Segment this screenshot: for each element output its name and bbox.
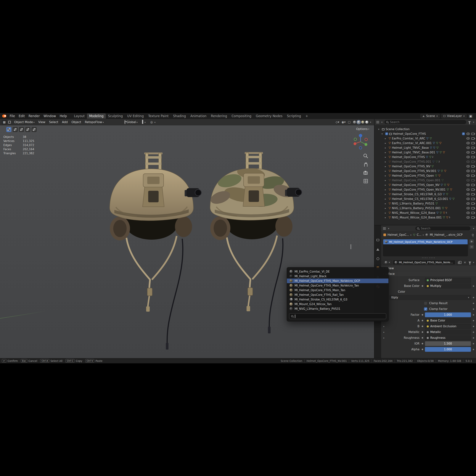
material-slot-list[interactable]: MI_Helmet_OpsCore_FTHS_Main_NoVelcro_OCP [383,239,468,256]
zoom-icon[interactable] [363,153,369,159]
tab-output[interactable] [374,237,381,243]
metallic-field[interactable]: Metallic [425,330,471,335]
tab-shading[interactable]: Shading [171,113,188,119]
expand-icon[interactable]: ▸ [385,184,388,186]
tool-preset-4[interactable] [25,127,30,132]
clamp-result-checkbox[interactable] [424,302,427,305]
disable-render-icon[interactable] [471,151,475,153]
filter-icon[interactable] [469,262,471,263]
expand-icon[interactable]: ▸ [385,188,388,191]
base-color-node-dropdown[interactable]: Multiply [425,284,471,289]
popup-item[interactable]: MI_Helmet_OpsCore_FTHS_Rail_Tan [287,292,389,297]
properties-editor-dropdown-icon[interactable]: ▾ [388,227,389,230]
tab-texture-paint[interactable]: Texture Paint [146,113,171,119]
blender-logo-icon[interactable] [2,115,6,118]
popup-item[interactable]: MI_EarPro_Comtac_VI_DE [287,269,389,274]
unlink-scene-icon[interactable]: ✕ [436,115,438,118]
exclude-checkbox[interactable] [462,132,465,135]
breadcrumb-data[interactable]: C... [417,233,421,237]
disable-render-icon[interactable] [471,161,475,163]
decorate-dot[interactable] [473,320,474,321]
tab-compositing[interactable]: Compositing [229,113,254,119]
disable-render-icon[interactable] [471,147,475,149]
hide-viewport-icon[interactable] [466,188,470,191]
outliner-item[interactable]: ▸ ▽ EarPro_Comtac_VI_ARC ▽ ▽ [374,136,476,141]
outliner-item[interactable]: ▸ ▽ Helmet_OpsCore_FTHS_Open_NV ▽ ▽ ▽ [374,183,476,187]
proportional-editing[interactable]: ◎▾ [148,120,157,124]
popup-item[interactable]: MI_Mount_G24_Wilcox_Tan [287,302,389,306]
snapping-toggle[interactable]: ▾ [140,120,147,124]
expand-icon[interactable]: ▸ [385,165,388,168]
expand-icon[interactable]: ▸ [385,212,388,214]
scene-selector[interactable]: Scene ✕ [420,114,440,118]
expand-icon[interactable]: ▸ [385,142,388,144]
input-a-field[interactable]: Base Color [425,318,471,323]
popup-item[interactable]: MI_Helmet_Strobe_CS_HELSTAR_6_G3 [287,297,389,302]
browse-material-button[interactable]: ▾ [383,260,391,265]
shading-dropdown-icon[interactable]: ▾ [370,121,371,123]
pin-icon[interactable] [472,234,474,236]
collection-row[interactable]: ▾ Helmet_OpsCore_FTHS [374,132,476,136]
menu-render[interactable]: Render [27,114,42,118]
decorate-dot[interactable] [473,297,474,298]
hide-viewport-icon[interactable] [466,184,470,186]
shading-solid-icon[interactable] [357,121,360,124]
add-slot-button[interactable]: + [469,239,474,244]
unlink-viewlayer-icon[interactable]: ✕ [463,115,465,118]
disable-render-icon[interactable] [471,203,475,205]
hide-viewport-icon[interactable] [466,170,470,172]
expand-icon[interactable]: ▸ [385,207,388,210]
expand-icon[interactable]: ▾ [378,128,381,131]
expand-icon[interactable]: ▸ [385,151,388,154]
decorate-dot[interactable] [473,343,474,344]
material-slot-selected[interactable]: MI_Helmet_OpsCore_FTHS_Main_NoVelcro_OCP [383,239,468,244]
menu-view[interactable]: View [37,120,47,124]
outliner-editor-dropdown-icon[interactable]: ▾ [381,121,382,123]
menu-file[interactable]: File [8,114,17,118]
disable-render-icon[interactable] [471,216,475,219]
helmet-left[interactable] [101,151,202,356]
alpha-slider[interactable]: 1.000 [425,347,471,352]
hide-viewport-icon[interactable] [466,174,470,177]
expand-icon[interactable]: ▸ [385,198,388,200]
roughness-field[interactable]: Roughness [425,335,471,340]
expand-icon[interactable]: ▸ [385,160,388,163]
hide-viewport-icon[interactable] [466,137,470,140]
hide-viewport-icon[interactable] [466,216,470,219]
decorate-dot[interactable] [473,308,474,310]
menu-select[interactable]: Select [47,120,60,124]
decorate-dot[interactable] [473,303,474,304]
tab-geometry-nodes[interactable]: Geometry Nodes [254,113,285,119]
pan-hand-icon[interactable] [363,162,369,167]
menu-object[interactable]: Object [70,120,83,124]
tab-sculpting[interactable]: Sculpting [106,113,125,119]
surface-shader-dropdown[interactable]: Principled BSDF [425,278,471,283]
tool-select-box-active[interactable] [6,127,11,132]
expand-icon[interactable]: ▸ [385,216,388,219]
filter-icon[interactable] [468,121,471,123]
outliner-item[interactable]: ▸ ▽ Helmet_OpsCore_FTHS_Open_NV.001 ▽ ▽ [374,187,476,192]
expand-icon[interactable]: ▸ [382,337,386,339]
outliner-item[interactable]: ▸ ▽ EarPro_Comtac_VI_ARC.001 ▽ ▽ ▽ [374,141,476,145]
disable-render-icon[interactable] [471,188,475,191]
expand-icon[interactable]: ▸ [385,147,388,149]
disable-render-icon[interactable] [471,165,475,168]
hide-viewport-icon[interactable] [466,160,470,163]
menu-edit[interactable]: Edit [17,114,27,118]
expand-icon[interactable]: ▸ [385,137,388,140]
xray-toggle-icon[interactable]: ▢ [347,120,352,124]
unlink-material-button[interactable]: ✕ [463,260,467,265]
decorate-dot[interactable] [473,314,474,316]
decorate-dot[interactable] [473,349,474,350]
popup-item[interactable]: MI_Helmet_OpsCore_FTHS_Main_Tan [287,288,389,292]
hide-viewport-icon[interactable] [466,165,470,168]
disable-render-icon[interactable] [471,156,475,158]
ior-number-field[interactable]: 1.500 [425,341,471,346]
disable-render-icon[interactable] [471,142,475,144]
outliner-item[interactable]: ▸ ▽ NVG_L3Harris_Battery_PVS31 ▽ [374,201,476,206]
disable-render-icon[interactable] [471,133,475,135]
hide-viewport-icon[interactable] [466,179,470,182]
properties-editor-icon[interactable] [383,227,386,230]
expand-icon[interactable]: ▸ [385,179,388,182]
tab-rendering[interactable]: Rendering [209,113,229,119]
